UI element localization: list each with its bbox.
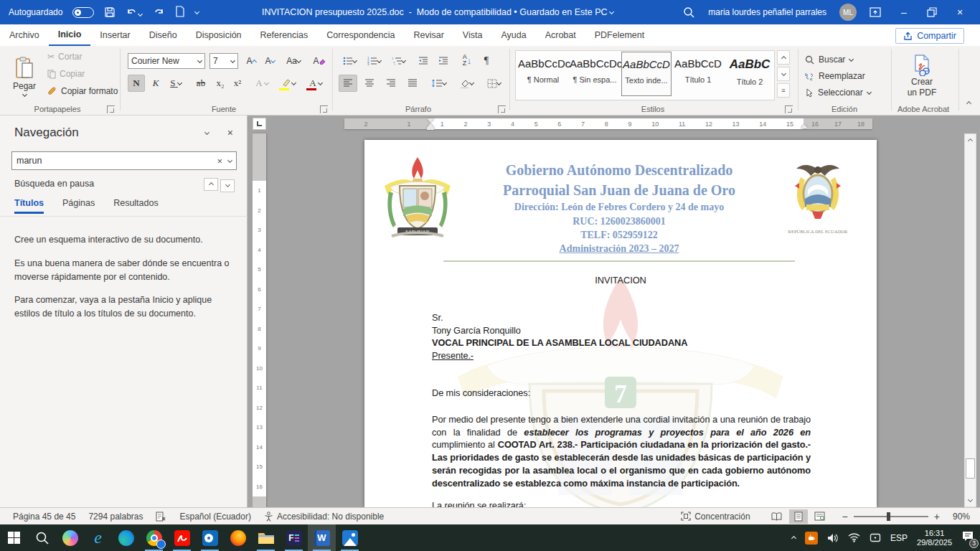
align-right-button[interactable] (382, 75, 400, 92)
qat-more-chevron[interactable] (194, 9, 199, 14)
photos-button[interactable] (336, 524, 364, 551)
focus-mode-button[interactable]: Concentración (681, 512, 750, 522)
navigation-search-input[interactable] (17, 156, 217, 166)
word-button[interactable]: W (308, 524, 336, 551)
styles-gallery-expand-button[interactable]: ≡ (777, 83, 790, 98)
scroll-up-button[interactable] (965, 134, 976, 146)
minimize-button[interactable]: – (894, 6, 914, 18)
edge-button[interactable] (112, 524, 140, 551)
nav-tab-titulos[interactable]: Títulos (14, 198, 44, 214)
search-prev-button[interactable] (204, 176, 218, 191)
grow-font-button[interactable]: A (242, 53, 260, 69)
nav-tab-paginas[interactable]: Páginas (62, 198, 95, 214)
save-icon[interactable] (104, 6, 116, 18)
font-family-combobox[interactable]: Courier New (128, 53, 205, 69)
volume-icon[interactable] (827, 533, 839, 543)
search-icon[interactable] (683, 6, 695, 19)
shrink-font-button[interactable]: A (261, 53, 278, 69)
style-titulo-2[interactable]: AaBbCTítulo 2 (725, 52, 775, 96)
zoom-level[interactable]: 90% (953, 512, 970, 522)
styles-scroll-up-button[interactable] (777, 50, 790, 65)
wifi-icon[interactable] (848, 533, 860, 542)
format-painter-button[interactable]: Copiar formato (47, 86, 118, 96)
replace-button[interactable]: bcReemplazar (805, 71, 865, 81)
document-page[interactable]: 7 SAN JUAN Gobierno Autónomo Descentrali… (364, 140, 877, 507)
tab-insertar[interactable]: Insertar (90, 25, 139, 45)
sort-button[interactable]: AZ↓ (458, 52, 476, 69)
tab-ayuda[interactable]: Ayuda (491, 25, 535, 45)
new-document-icon[interactable] (175, 6, 185, 19)
navigation-close-icon[interactable]: × (227, 127, 233, 138)
right-indent-marker[interactable] (801, 124, 808, 128)
create-pdf-button[interactable]: Crearun PDF (898, 50, 946, 102)
zoom-out-button[interactable]: − (842, 511, 848, 522)
tab-stop-selector[interactable] (253, 118, 266, 130)
share-button[interactable]: Compartir (895, 28, 964, 44)
style-texto-independiente[interactable]: AaBbCcDTexto inde... (621, 52, 672, 96)
web-layout-button[interactable] (811, 509, 829, 524)
taskbar-search-button[interactable] (28, 524, 56, 551)
scroll-down-button[interactable] (965, 494, 976, 507)
styles-dialog-launcher[interactable] (785, 105, 793, 113)
acrobat-button[interactable] (168, 524, 196, 551)
search-options-chevron[interactable] (227, 157, 232, 162)
zoom-slider[interactable] (854, 516, 928, 517)
numbering-button[interactable]: 123 (363, 53, 385, 69)
font-size-combobox[interactable]: 7 (209, 53, 238, 69)
zoom-slider-thumb[interactable] (887, 512, 890, 521)
firefox-button[interactable] (224, 524, 252, 551)
tab-referencias[interactable]: Referencias (251, 25, 318, 45)
undo-button[interactable] (126, 6, 142, 19)
clock[interactable]: 16:3129/8/2025 (917, 529, 952, 547)
justify-button[interactable] (403, 75, 422, 92)
subscript-button[interactable]: x₂ (212, 75, 228, 92)
hanging-indent-marker[interactable] (427, 123, 434, 130)
language-indicator[interactable]: Español (Ecuador) (179, 512, 250, 522)
search-next-button[interactable] (220, 176, 235, 192)
first-line-indent-marker[interactable] (427, 118, 434, 123)
highlight-button[interactable] (277, 75, 300, 92)
print-layout-button[interactable] (789, 509, 808, 524)
multilevel-list-button[interactable]: 1ai (387, 53, 409, 69)
underline-button[interactable]: S (165, 75, 187, 92)
internet-explorer-button[interactable]: e (84, 524, 112, 551)
restore-button[interactable] (927, 7, 937, 17)
bold-button[interactable]: N (128, 75, 145, 92)
autosave-toggle[interactable] (72, 7, 94, 18)
cut-button[interactable]: ✂Cortar (47, 52, 82, 62)
clear-formatting-button[interactable]: A (310, 53, 329, 69)
tab-revisar[interactable]: Revisar (404, 25, 453, 45)
line-spacing-button[interactable] (426, 75, 451, 92)
paragraph-dialog-launcher[interactable] (498, 105, 506, 113)
zoom-in-button[interactable]: + (934, 511, 940, 522)
scrollbar-thumb[interactable] (966, 458, 975, 479)
tab-pdfelement[interactable]: PDFelement (585, 25, 654, 45)
java-update-icon[interactable] (805, 532, 818, 545)
font-color-button[interactable]: A (304, 75, 327, 92)
increase-indent-button[interactable] (435, 53, 452, 69)
saved-status-chevron[interactable] (609, 9, 614, 14)
copilot-button[interactable] (56, 524, 84, 551)
page-indicator[interactable]: Página 45 de 45 (13, 512, 75, 522)
pilcrow-button[interactable]: ¶ (479, 53, 494, 69)
ribbon-display-options-icon[interactable] (870, 6, 881, 18)
fes-app-button[interactable]: F (280, 524, 308, 551)
tab-inicio[interactable]: Inicio (49, 24, 91, 47)
tab-diseno[interactable]: Diseño (140, 25, 187, 45)
clear-search-icon[interactable]: × (217, 156, 222, 166)
vertical-ruler[interactable]: 12345678910111213141516 (253, 133, 266, 507)
strikethrough-button[interactable]: ab (192, 75, 209, 92)
find-button[interactable]: Buscar (805, 55, 853, 65)
accessibility-status[interactable]: Accesibilidad: No disponible (264, 512, 384, 522)
language-abbreviation[interactable]: ESP (890, 533, 908, 543)
vertical-scrollbar[interactable] (964, 133, 976, 507)
paste-button[interactable]: Pegar (6, 50, 43, 103)
tab-vista[interactable]: Vista (453, 25, 492, 45)
italic-button[interactable]: K (148, 75, 164, 92)
style-sin-espaciado[interactable]: AaBbCcDc¶ Sin espa... (570, 52, 620, 96)
superscript-button[interactable]: x² (230, 75, 245, 92)
copy-button[interactable]: Copiar (47, 69, 85, 79)
user-name[interactable]: maria lourdes peñafiel parrales (708, 7, 826, 17)
tab-acrobat[interactable]: Acrobat (536, 25, 585, 45)
style-normal[interactable]: AaBbCcDc¶ Normal (518, 52, 568, 96)
